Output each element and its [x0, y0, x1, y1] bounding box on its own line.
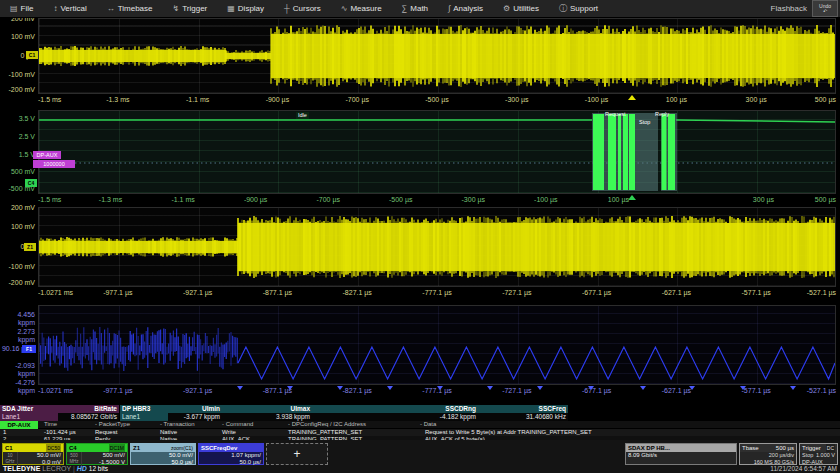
menu-label: Utilities	[513, 4, 539, 13]
measure-panel-dp: DP HBR3 UImin UImax SSCDRng SSCFreq Lane…	[120, 405, 568, 421]
menu-label: Timebase	[118, 4, 153, 13]
menu-item-vertical[interactable]: ↕Vertical	[43, 0, 96, 17]
ssc-marker-icon	[287, 386, 293, 390]
ssc-marker-icon	[537, 386, 543, 390]
menu-label: Trigger	[182, 4, 207, 13]
y-axis-label: 500 mV	[0, 168, 35, 176]
cell-command: Write	[222, 429, 236, 436]
timebase-icon: ↔	[107, 4, 115, 13]
time-axis-grid2: -1.5 ms-1.3 ms-1.1 ms-900 µs-700 µs-500 …	[38, 195, 836, 206]
descriptor-c4[interactable]: C4DC1M 500 MHz 500 mV/-1.5000 V	[66, 443, 128, 465]
menu-label: Vertical	[60, 4, 86, 13]
undo-button[interactable]: Undo↶	[812, 0, 838, 17]
descriptor-c1[interactable]: C1DC50 10 GHz 50.0 mV/0.0 mV	[2, 443, 64, 465]
ssc-marker-icon	[437, 386, 443, 390]
column-header[interactable]: - DPConfigReq / I2C Address	[288, 421, 366, 428]
menu-item-measure[interactable]: ∿Measure	[331, 0, 392, 17]
menu-item-support[interactable]: ⓘSupport	[549, 0, 608, 17]
param-value: 31.40680 kHz	[478, 413, 568, 421]
cell-packet: Request	[95, 429, 117, 436]
ssc-marker-icon	[790, 386, 796, 390]
plus-icon: +	[293, 447, 300, 461]
column-header[interactable]: Time	[44, 421, 57, 428]
trigger-time-marker-grid2[interactable]	[628, 195, 636, 200]
menu-item-cursors[interactable]: ┼Cursors	[274, 0, 331, 17]
ssc-marker-icon	[487, 386, 493, 390]
menu-item-analysis[interactable]: ∫Analysis	[438, 0, 493, 17]
param-name: BitRate	[58, 405, 119, 413]
menu-item-utilities[interactable]: ⚙Utilities	[493, 0, 549, 17]
column-header[interactable]: - Transaction	[160, 421, 195, 428]
coupling-badge: DC50	[46, 444, 61, 452]
f1-offset-marker[interactable]: F1	[22, 345, 36, 353]
ssc-marker-icon	[740, 386, 746, 390]
menu-item-file[interactable]: ▤File	[0, 0, 43, 17]
y-axis-label: -4.276 kppm	[0, 379, 35, 395]
vdiv-value: 50.0 mV/	[131, 452, 193, 459]
menu-item-math[interactable]: ∑Math	[392, 0, 439, 17]
vertical-icon: ↕	[53, 4, 57, 13]
vdiv-value: 1.07 kppm/	[199, 452, 261, 459]
ssc-marker-icon	[588, 386, 594, 390]
c4-offset-marker[interactable]: C4	[25, 179, 37, 187]
ssc-marker-icon	[337, 386, 343, 390]
descriptor-trigger[interactable]: TriggerDC Stop1.000 V DP-AUX	[799, 443, 838, 465]
descriptor-f1-sscfreqdev[interactable]: SSCFreqDev 1.07 kppm/50.0 µs/	[198, 443, 264, 465]
decode-state-reply: Reply	[655, 111, 669, 118]
menu-item-display[interactable]: ▦Display	[217, 0, 274, 17]
bus-label-dp-aux[interactable]: DP-AUX	[33, 151, 61, 159]
bandwidth-label: 10 GHz	[3, 452, 18, 466]
z1-offset-marker[interactable]: Z1	[24, 243, 36, 251]
menu-label: Cursors	[293, 4, 321, 13]
trigger-coupling-badge: DC	[826, 444, 835, 452]
waveform-grid-1[interactable]	[38, 18, 836, 94]
status-bar: C1DC50 10 GHz 50.0 mV/0.0 mV C4DC1M 500 …	[0, 440, 840, 473]
menu-bar: ▤File ↕Vertical ↔Timebase ↯Trigger ▦Disp…	[0, 0, 840, 18]
y-axis-label: 100 mV	[0, 223, 35, 231]
brand-logo: TELEDYNE LECROY | HD 12 bits	[3, 465, 108, 472]
bit-depth-label: 12 bits	[89, 465, 108, 472]
cursors-icon: ┼	[284, 4, 290, 13]
support-icon: ⓘ	[559, 3, 567, 14]
hd-logo: HD	[77, 465, 87, 472]
decode-tab-dp-aux[interactable]: DP-AUX	[0, 421, 38, 429]
param-name: UImin	[168, 405, 222, 413]
ssc-marker-icon	[237, 386, 243, 390]
c4-trace	[39, 111, 835, 193]
time-axis-grid1: -1.5 ms-1.3 ms-1.1 ms-900 µs-700 µs-500 …	[38, 95, 836, 106]
waveform-grid-4[interactable]	[38, 305, 836, 385]
trigger-time-marker-grid1[interactable]	[628, 95, 636, 100]
coupling-badge: DC1M	[109, 444, 125, 452]
math-icon: ∑	[402, 4, 408, 13]
y-axis-label: 1.5 V	[0, 151, 35, 159]
column-header[interactable]: - Command	[222, 421, 253, 428]
vdiv-value: 50.0 mV/	[18, 452, 61, 459]
flashback-label[interactable]: Flashback	[771, 4, 812, 13]
c1-trace	[39, 19, 835, 93]
column-header[interactable]: - Data	[420, 421, 436, 428]
cell-transaction: Native	[160, 429, 177, 436]
measure-title: DP HBR3	[120, 405, 168, 413]
waveform-grid-2[interactable]	[38, 110, 836, 194]
descriptor-z1[interactable]: Z1zoom(C1) 50.0 mV/50.0 µs/	[130, 443, 196, 465]
descriptor-sdax[interactable]: SDAX DP HB... 8.09 Gbit/s	[625, 443, 737, 465]
tdiv-value: 200 µs/div	[740, 452, 796, 459]
add-trace-button[interactable]: +	[266, 443, 328, 465]
zoom-source: zoom(C1)	[171, 444, 193, 452]
lecroy-logo: LECROY	[42, 465, 71, 472]
column-header[interactable]: - PacketType	[95, 421, 130, 428]
y-axis-label: -200 mV	[0, 279, 35, 287]
waveform-grid-3[interactable]	[38, 207, 836, 287]
measure-lane: Lane1	[0, 413, 58, 421]
trigger-label: Trigger	[802, 444, 821, 452]
menu-item-timebase[interactable]: ↔Timebase	[97, 0, 163, 17]
trigger-icon: ↯	[173, 4, 180, 13]
bitrate-value: 8.09 Gbit/s	[626, 452, 736, 459]
descriptor-timebase[interactable]: Tbase500 µs 200 µs/div 160 MS 80 GS/s	[739, 443, 797, 465]
menu-item-trigger[interactable]: ↯Trigger	[163, 0, 218, 17]
decode-row[interactable]: 1 -101.424 µs Request Native Write TRAIN…	[0, 429, 840, 436]
cell-address: TRAINING_PATTERN_SET	[288, 429, 362, 436]
c1-offset-marker[interactable]: C1	[26, 51, 38, 59]
measure-icon: ∿	[341, 4, 348, 13]
analysis-icon: ∫	[448, 4, 450, 13]
